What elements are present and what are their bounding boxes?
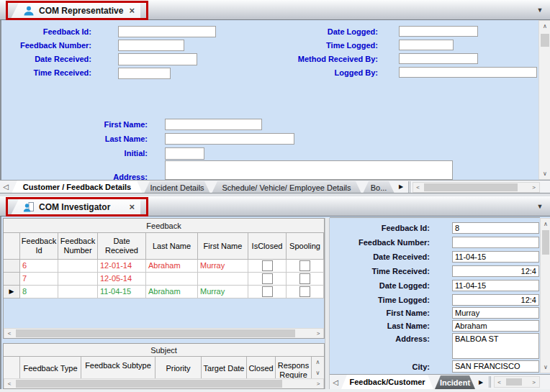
column-header-feedback-subtype[interactable]: Feedback Subtype [81, 357, 155, 381]
detail-address-field[interactable]: BALBOA ST [452, 333, 539, 359]
detail-city-label: City: [340, 363, 430, 372]
chevron-down-icon[interactable]: ▼ [534, 202, 546, 211]
spooling-checkbox[interactable] [299, 286, 310, 297]
grid-cell-last-name[interactable]: Abraham [146, 260, 198, 273]
row-selector-current[interactable]: ▶ [4, 286, 20, 298]
scroll-left-icon[interactable]: < [413, 183, 423, 192]
detail-first-name-field[interactable]: Murray [452, 307, 539, 319]
grid-cell-first-name[interactable] [198, 273, 248, 286]
tab-scroll-right-icon[interactable]: ▶ [396, 182, 406, 192]
first-name-field[interactable] [165, 119, 262, 130]
grid-cell-feedback-number[interactable] [58, 273, 98, 286]
address-field[interactable] [165, 160, 453, 180]
column-header-closed[interactable]: Closed [247, 357, 276, 381]
grid-cell-date-received[interactable]: 12-01-14 [98, 260, 146, 273]
scroll-right-icon[interactable]: > [529, 377, 538, 387]
logged-by-field[interactable] [399, 67, 537, 78]
initial-field[interactable] [165, 147, 204, 160]
grid-cell-feedback-id[interactable]: 6 [20, 260, 58, 273]
scroll-left-icon[interactable]: < [4, 379, 14, 388]
scroll-down-icon[interactable]: ∨ [312, 368, 324, 378]
date-logged-field[interactable] [399, 26, 478, 37]
time-received-field[interactable] [118, 68, 171, 79]
detail-feedback-number-field[interactable] [452, 237, 539, 248]
grid-cell-last-name[interactable] [146, 273, 198, 286]
tab-com-representative[interactable]: COM Representative × [10, 1, 140, 20]
subtab-schedule-vehicle-employee-details[interactable]: Schedule/ Vehicle/ Employee Details [212, 181, 361, 193]
scrollbar-thumb[interactable] [16, 329, 295, 337]
subtab-feedback-customer[interactable]: Feedback/Customer [341, 375, 433, 389]
method-received-by-field[interactable] [399, 53, 478, 64]
spooling-checkbox[interactable] [299, 260, 310, 271]
detail-date-received-field[interactable]: 11-04-15 [452, 251, 539, 263]
grid-cell-feedback-id[interactable]: 7 [20, 273, 58, 286]
detail-date-logged-field[interactable]: 11-04-15 [452, 280, 539, 291]
chevron-down-icon[interactable]: ▼ [534, 6, 546, 14]
column-header-target-date[interactable]: Target Date [202, 357, 247, 381]
last-name-field[interactable] [165, 133, 294, 145]
scroll-down-icon[interactable]: ∨ [539, 168, 550, 179]
date-received-field[interactable] [118, 53, 197, 65]
subtab-customer-feedback-details[interactable]: Customer / Feedback Details [12, 181, 143, 193]
tab-com-investigator[interactable]: COM Investigator × [10, 198, 140, 216]
column-header-isclosed[interactable]: IsClosed [248, 233, 287, 260]
scrollbar-thumb[interactable] [541, 34, 549, 47]
detail-city-field[interactable]: SAN FRANCISCO [452, 360, 539, 373]
column-header-feedback-id[interactable]: Feedback Id [20, 233, 58, 260]
detail-time-logged-field[interactable]: 12:4 [452, 294, 539, 306]
scrollbar-thumb[interactable] [424, 183, 518, 191]
grid-cell-first-name[interactable]: Murray [198, 286, 248, 298]
scroll-right-icon[interactable]: > [529, 183, 538, 192]
close-icon[interactable]: × [129, 204, 135, 211]
scroll-right-icon[interactable]: > [313, 379, 323, 388]
scrollbar-thumb[interactable] [506, 378, 522, 386]
feedback-id-field[interactable] [118, 26, 216, 37]
scrollbar-thumb[interactable] [542, 230, 549, 255]
column-header-priority[interactable]: Priority [155, 357, 202, 381]
grid-cell-feedback-number[interactable] [58, 260, 98, 273]
last-name-label: Last Name: [65, 135, 148, 144]
row-selector[interactable] [4, 273, 20, 286]
row-selector[interactable] [4, 260, 20, 273]
spooling-checkbox[interactable] [299, 273, 310, 284]
subtab-incident[interactable]: Incident [435, 375, 475, 389]
tab-scroll-left-icon[interactable]: ◁ [1, 182, 10, 192]
grid-cell-date-received[interactable]: 11-04-15 [98, 286, 146, 298]
initial-label: Initial: [65, 149, 148, 158]
scrollbar-thumb[interactable] [16, 380, 282, 388]
isclosed-checkbox[interactable] [262, 273, 273, 284]
scroll-up-icon[interactable]: ∧ [541, 219, 550, 229]
splitter[interactable] [325, 218, 330, 389]
scroll-right-icon[interactable]: > [313, 329, 323, 338]
detail-time-received-field[interactable]: 12:4 [452, 265, 539, 277]
subtab-incident-details[interactable]: Incident Details [144, 181, 210, 193]
isclosed-checkbox[interactable] [262, 260, 273, 271]
column-header-isclosed-first-name[interactable]: First Name [198, 233, 248, 260]
grid-cell-feedback-id[interactable]: 8 [20, 286, 58, 298]
column-header-last-name[interactable]: Last Name [146, 233, 198, 260]
isclosed-checkbox[interactable] [262, 286, 273, 297]
column-header-response-required[interactable]: Respons Require [276, 357, 312, 381]
scroll-up-icon[interactable]: ∧ [539, 21, 550, 32]
detail-last-name-field[interactable]: Abraham [452, 320, 539, 332]
column-header-feedback-type[interactable]: Feedback Type [20, 357, 81, 381]
detail-feedback-id-field[interactable]: 8 [452, 222, 539, 234]
subtab-truncated[interactable]: Bo... [363, 181, 395, 193]
scroll-down-icon[interactable]: ∨ [541, 362, 550, 372]
grid-cell-first-name[interactable]: Murray [198, 260, 248, 273]
column-header-feedback-number[interactable]: Feedback Number [58, 233, 98, 260]
feedback-number-field[interactable] [118, 40, 184, 51]
scroll-up-icon[interactable]: ∧ [312, 357, 324, 368]
grid-cell-last-name[interactable]: Abraham [146, 286, 198, 298]
grid-cell-date-received[interactable]: 12-05-14 [98, 273, 146, 286]
close-icon[interactable]: × [129, 7, 135, 14]
tab-scroll-left-icon[interactable]: ◁ [331, 378, 340, 388]
time-logged-field[interactable] [399, 40, 454, 50]
column-header-date-received[interactable]: Date Received [98, 233, 146, 260]
strip-separator [408, 181, 410, 193]
scroll-left-icon[interactable]: < [4, 329, 14, 338]
tab-scroll-right-icon[interactable]: ▶ [477, 378, 485, 388]
scroll-left-icon[interactable]: < [495, 377, 504, 387]
column-header-spooling[interactable]: Spooling [287, 233, 324, 260]
grid-cell-feedback-number[interactable] [58, 286, 98, 298]
